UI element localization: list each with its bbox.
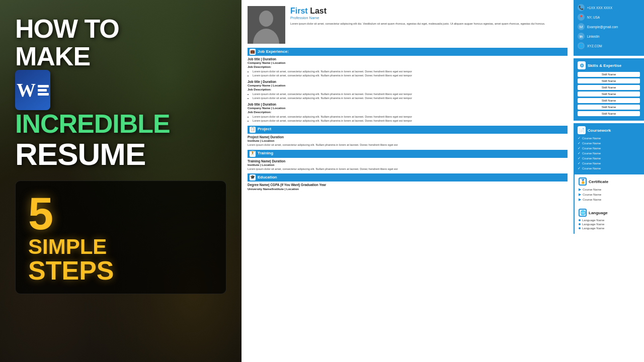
right-panel: First Last Profession Name Lorem ipsum d… (242, 0, 644, 362)
skill-6: Skill Name (578, 105, 640, 110)
project-name: Project Name| Duration (248, 135, 568, 139)
resume-bio: Lorem ipsum dolor sit amet, consectetur … (290, 22, 568, 26)
course-6: ✓ Course Name (578, 161, 640, 165)
arrow-icon: ▶ (579, 193, 581, 197)
course-1: ✓ Course Name (578, 136, 640, 140)
job-entry-2: Job title | Duration Company Name | Loca… (248, 80, 568, 101)
degree-info: Degree Name| CGPA (If You Want) Graduati… (248, 183, 568, 187)
certificate-icon: 🏅 (579, 177, 587, 186)
check-icon: ✓ (578, 151, 581, 155)
last-name: Last (310, 7, 327, 15)
simple-text: SIMPLE (28, 236, 213, 257)
arrow-icon: ▶ (579, 198, 581, 202)
resume-text: RESUME (15, 138, 226, 170)
job-company-2: Company Name | Location (248, 84, 568, 88)
resume-container: First Last Profession Name Lorem ipsum d… (242, 0, 644, 362)
job-experience-header: 💼 Job Experience: (248, 48, 568, 56)
lang-3: Language Name (579, 227, 640, 230)
bullet-item: Lorem ipsum dolor sit amet, consectetur … (253, 97, 568, 100)
incredible-text: INCREDIBLE (15, 110, 226, 138)
training-institute: Institute | Location (248, 163, 568, 167)
education-title: Education (258, 175, 277, 180)
cert-1: ▶ Course Name (579, 188, 640, 192)
coursework-box: 📄 Coursework ✓ Course Name ✓ Course Name… (574, 123, 644, 174)
job-bullets-1: Lorem ipsum dolor sit amet, consectetur … (248, 70, 568, 78)
skill-1: Skill Name (578, 72, 640, 77)
dot-icon (579, 227, 581, 229)
phone-icon: 📞 (578, 4, 585, 11)
training-title: Training (258, 151, 273, 156)
contact-website: 🌐 XYZ.COM (578, 42, 640, 49)
bullet-item: Lorem ipsum dolor sit amet, consectetur … (253, 93, 568, 96)
job-entry-1: Job title | Duration Company Name | Loca… (248, 57, 568, 78)
resume-name: First Last (290, 6, 568, 16)
job-desc-label-2: Job Description: (248, 88, 568, 92)
phone-text: +1XX XXX XXXX (587, 6, 612, 10)
project-institute: Institute | Location (248, 139, 568, 143)
dot-icon (579, 223, 581, 225)
job-icon: 💼 (250, 49, 256, 55)
make-text: MAKE (15, 43, 226, 70)
project-content: Project Name| Duration Institute | Locat… (248, 135, 568, 147)
coursework-header: 📄 Coursework (578, 126, 640, 134)
skills-icon: ⚙ (578, 61, 586, 69)
job-title-1: Job title | Duration (248, 57, 568, 61)
linkedin-icon: in (578, 33, 585, 40)
language-box: 🌐 Language Language Name Language Name L… (574, 206, 644, 234)
job-experience-title: Job Experience: (258, 49, 289, 54)
first-name: First (290, 7, 308, 15)
resume-profession: Profession Name (290, 16, 568, 21)
bullet-item: Lorem ipsum dolor sit amet, consectetur … (253, 70, 568, 73)
training-name: Training Name| Duration (248, 159, 568, 163)
check-icon: ✓ (578, 161, 581, 165)
course-5: ✓ Course Name (578, 156, 640, 160)
lang-1: Language Name (579, 219, 640, 222)
resume-header: First Last Profession Name Lorem ipsum d… (248, 6, 568, 44)
job-bullets-3: Lorem ipsum dolor sit amet, consectetur … (248, 115, 568, 123)
website-icon: 🌐 (578, 42, 585, 49)
website-text: XYZ.COM (587, 44, 602, 48)
job-title-2: Job title | Duration (248, 80, 568, 84)
coursework-icon: 📄 (578, 126, 586, 134)
training-header: 🏋 Training (248, 150, 568, 158)
left-panel: HOW TO MAKE W INCREDIBLE RESUME 5 SIMPLE… (0, 0, 242, 362)
job-company-1: Company Name | Location (248, 61, 568, 65)
steps-box: 5 SIMPLE STEPS (15, 180, 226, 294)
check-icon: ✓ (578, 141, 581, 145)
project-header: 📋 Project (248, 126, 568, 134)
location-text: NY, USA (587, 16, 600, 19)
certificate-header: 🏅 Certificate (579, 177, 640, 186)
language-icon: 🌐 (579, 209, 587, 217)
job-desc-label-1: Job Description: (248, 65, 568, 69)
job-entry-3: Job title | Duration Company Name | Loca… (248, 103, 568, 123)
check-icon: ✓ (578, 136, 581, 140)
job-title-3: Job title | Duration (248, 103, 568, 107)
skill-4: Skill Name (578, 92, 640, 97)
education-content: Degree Name| CGPA (If You Want) Graduati… (248, 183, 568, 191)
job-company-3: Company Name | Location (248, 107, 568, 111)
skills-header: ⚙ Skills & Expertise (578, 61, 640, 69)
training-content: Training Name| Duration Institute | Loca… (248, 159, 568, 171)
check-icon: ✓ (578, 156, 581, 160)
university-info: University Name/Institute | Location (248, 188, 568, 192)
resume-main: First Last Profession Name Lorem ipsum d… (242, 0, 574, 362)
resume-sidebar: 📞 +1XX XXX XXXX 📍 NY, USA M Example@gmai… (574, 0, 644, 362)
skill-7: Skill Name (578, 111, 640, 116)
certificate-title: Certificate (589, 179, 608, 184)
number-5: 5 (28, 191, 213, 236)
skills-title: Skills & Expertise (588, 63, 621, 68)
lang-2: Language Name (579, 223, 640, 226)
svg-point-1 (259, 11, 273, 27)
course-2: ✓ Course Name (578, 141, 640, 145)
email-text: Example@gmail.com (587, 25, 618, 29)
training-desc: Lorem ipsum dolor sit amet, consectetur … (248, 167, 568, 171)
linkedin-text: LinkedIn (587, 35, 600, 38)
course-4: ✓ Course Name (578, 151, 640, 155)
arrow-icon: ▶ (579, 188, 581, 192)
certificate-box: 🏅 Certificate ▶ Course Name ▶ Course Nam… (574, 174, 644, 206)
skills-box: ⚙ Skills & Expertise Skill Name Skill Na… (574, 58, 644, 121)
skill-2: Skill Name (578, 78, 640, 83)
training-icon: 🏋 (250, 151, 256, 157)
check-icon: ✓ (578, 166, 581, 170)
photo-placeholder (248, 6, 285, 44)
